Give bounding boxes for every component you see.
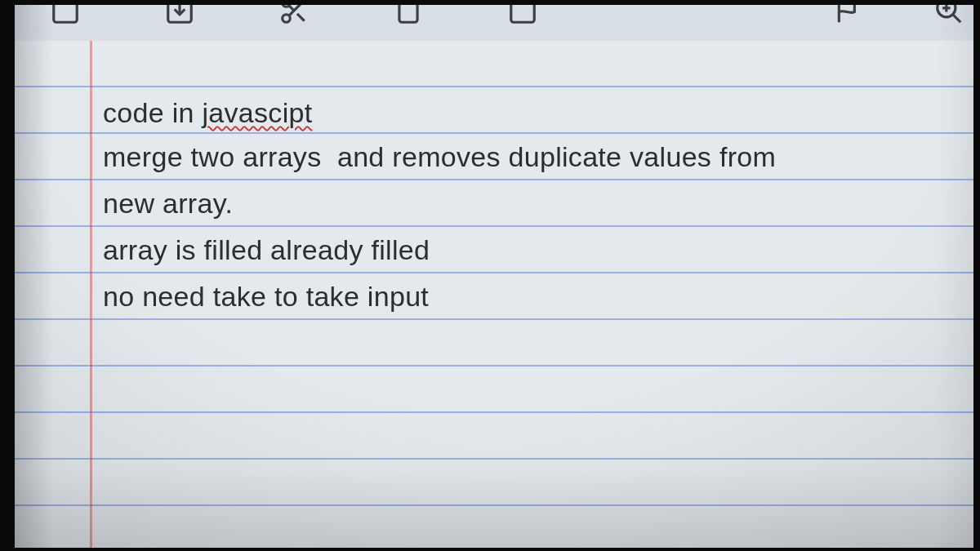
note-line-blank	[103, 460, 957, 506]
note-text-area[interactable]: code in javasciptmerge two arrays and re…	[103, 41, 957, 548]
note-line-blank	[103, 367, 957, 413]
zoom-icon[interactable]	[931, 5, 967, 29]
note-text: merge two arrays and removes duplicate v…	[103, 141, 776, 173]
note-text: new array.	[103, 188, 233, 220]
note-line[interactable]: code in javascipt	[103, 87, 957, 134]
ruled-page[interactable]: code in javasciptmerge two arrays and re…	[15, 41, 973, 548]
screen-photo-frame: code in javasciptmerge two arrays and re…	[0, 0, 980, 551]
note-text: no need take to take input	[103, 281, 429, 313]
note-text: array is filled already filled	[103, 234, 430, 266]
misspelled-word: javascipt	[202, 97, 312, 129]
margin-line	[90, 41, 92, 548]
note-line[interactable]: no need take to take input	[103, 273, 957, 320]
note-text: code in	[103, 97, 202, 129]
note-line[interactable]: merge two arrays and removes duplicate v…	[103, 134, 957, 180]
toolbar	[15, 5, 973, 34]
svg-rect-0	[54, 5, 78, 22]
svg-point-3	[283, 15, 291, 23]
svg-rect-6	[511, 5, 535, 22]
svg-rect-4	[399, 5, 417, 22]
note-line-blank	[103, 413, 957, 460]
note-line[interactable]: array is filled already filled	[103, 227, 957, 273]
square-unchecked-icon[interactable]	[47, 5, 83, 29]
scissors-icon[interactable]	[276, 5, 312, 29]
note-line[interactable]: new array.	[103, 180, 957, 227]
note-line-blank	[103, 506, 957, 548]
flag-icon[interactable]	[831, 5, 867, 29]
inbox-download-icon[interactable]	[162, 5, 198, 29]
note-line-blank	[103, 320, 957, 367]
clipboard-icon[interactable]	[390, 5, 426, 29]
app-frame: code in javasciptmerge two arrays and re…	[15, 5, 973, 548]
note-line-blank	[103, 41, 957, 87]
square-outline-icon[interactable]	[505, 5, 541, 29]
